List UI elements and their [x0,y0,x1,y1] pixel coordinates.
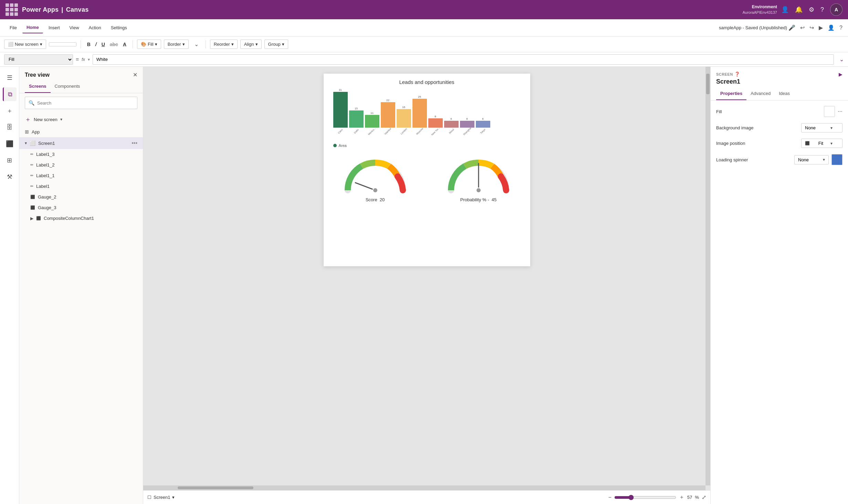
image-position-value: Fit [818,141,823,146]
rp-spinner-dropdown[interactable]: None ▾ [794,155,829,164]
fill-more-icon[interactable]: ⋯ [838,109,842,114]
app-icon: ⊞ [25,129,29,135]
app-logo: Power Apps | Canvas [22,6,89,13]
menu-view[interactable]: View [65,22,83,33]
more-button[interactable]: ⌄ [191,39,201,49]
fill-button[interactable]: 🎨 Fill ▾ [137,40,161,49]
add-icon[interactable]: ＋ [3,104,17,118]
reorder-label: Reorder [214,42,230,47]
rp-tab-advanced[interactable]: Advanced [746,88,775,100]
underline-button[interactable]: U [100,40,107,49]
layers-icon[interactable]: ⧉ [3,87,17,101]
logo-divider: | [61,6,63,13]
toolbar-sep-2 [133,40,133,49]
tree-item-app[interactable]: ⊞ App [19,126,143,137]
border-button[interactable]: Border ▾ [164,40,189,49]
tree-item-gauge3[interactable]: ⬛ Gauge_3 [19,202,143,213]
avatar[interactable]: A [830,3,842,16]
plus-icon: ＋ [25,115,31,124]
tab-screens[interactable]: Screens [25,81,51,93]
rp-loading-spinner-row: Loading spinner None ▾ [716,154,842,165]
align-button[interactable]: Align ▾ [240,40,262,49]
preview-icon[interactable]: 👤 [828,24,835,31]
notification-icon[interactable]: 🔔 [795,6,803,13]
tree-item-label1-3[interactable]: ✏ Label1_3 [19,149,143,160]
formula-expand[interactable]: ⌄ [839,56,844,63]
tools-icon[interactable]: ⚒ [3,170,17,184]
formula-input[interactable] [93,54,834,65]
tree-item-gauge2[interactable]: ⬛ Gauge_2 [19,192,143,202]
property-selector[interactable]: Fill [4,54,73,65]
fullscreen-button[interactable]: ⤢ [702,494,706,501]
components-icon[interactable]: ⊞ [3,153,17,167]
help-menu-icon[interactable]: ? [839,25,842,31]
new-screen-button[interactable]: ＋ New screen ▾ [19,112,143,126]
vertical-scrollbar[interactable] [705,67,710,485]
tree-item-label1[interactable]: ✏ Label1 [19,181,143,192]
tree-item-screen1[interactable]: ▾ ⬜ Screen1 ••• [19,137,143,149]
hamburger-icon[interactable]: ☰ [3,71,17,85]
gauge2: Probability % - 45 [444,156,513,202]
tree-close-button[interactable]: ✕ [133,72,137,78]
tab-components[interactable]: Components [51,81,84,93]
property-select[interactable]: Fill [4,54,73,65]
canvas-bottom-bar: ☐ Screen1 ▾ − ＋ 57 % ⤢ [143,490,710,504]
main-layout: ☰ ⧉ ＋ 🗄 ⬛ ⊞ ⚒ Tree view ✕ Screens Compon… [0,67,848,504]
settings-icon[interactable]: ⚙ [809,6,814,13]
undo-icon[interactable]: ↩ [800,24,805,31]
rp-bg-image-row: Background image None ▾ [716,123,842,132]
bold-button[interactable]: B [85,40,93,49]
align-chevron: ▾ [255,42,258,47]
canvas-screen-chevron: ▾ [172,495,175,500]
fill-chevron: ▾ [155,42,157,47]
media-icon[interactable]: ⬛ [3,137,17,151]
search-icon: 🔍 [29,100,34,106]
zoom-out-button[interactable]: − [608,494,611,501]
menu-file[interactable]: File [6,22,21,33]
rp-bg-image-dropdown[interactable]: None ▾ [801,123,842,132]
canvas-screen-selector[interactable]: ☐ Screen1 ▾ [147,495,175,500]
apps-grid-icon[interactable] [6,3,18,16]
gauge2-label: Probability % - 45 [460,197,497,202]
italic-button[interactable]: / [93,40,99,49]
reorder-button[interactable]: Reorder ▾ [210,40,238,49]
zoom-in-button[interactable]: ＋ [679,494,684,501]
rp-collapse-button[interactable]: ▶ [839,72,842,77]
fx-chevron: ▾ [88,57,90,62]
menu-action[interactable]: Action [85,22,105,33]
menu-home[interactable]: Home [22,22,43,33]
zoom-slider[interactable] [614,495,676,500]
menu-settings[interactable]: Settings [107,22,131,33]
new-screen-button[interactable]: ⬜ New screen ▾ [4,40,46,49]
play-icon[interactable]: ▶ [819,24,823,31]
rp-help-icon[interactable]: ❓ [734,72,740,77]
data-icon[interactable]: 🗄 [3,120,17,134]
horizontal-scrollbar[interactable] [143,485,705,490]
strikethrough-button[interactable]: abc [108,40,120,49]
rp-tab-ideas[interactable]: Ideas [775,88,794,100]
tree-item-label1-2[interactable]: ✏ Label1_2 [19,160,143,170]
rp-tab-properties[interactable]: Properties [716,88,746,100]
fill-color-picker[interactable] [824,106,835,117]
font-color-button[interactable]: A [121,40,128,49]
user-icon[interactable]: 👤 [781,6,789,13]
fit-icon: ⬛ [805,141,810,146]
fill-label: Fill [148,42,154,47]
rp-image-position-dropdown[interactable]: ⬛ Fit ▾ [801,139,842,148]
tree-item-label1-1[interactable]: ✏ Label1_1 [19,170,143,181]
search-input[interactable] [37,97,134,109]
help-icon[interactable]: ? [820,6,824,13]
spinner-color-picker[interactable] [831,154,842,165]
screen1-more[interactable]: ••• [132,140,137,146]
tree-search-box[interactable]: 🔍 [25,97,137,109]
tree-item-chart1[interactable]: ▶ ⬛ CompositeColumnChart1 [19,213,143,224]
new-screen-chevron: ▾ [60,117,62,122]
redo-icon[interactable]: ↪ [809,24,814,31]
toolbar-sep-3 [206,40,206,49]
group-button[interactable]: Group ▾ [264,40,288,49]
label1-1-name: Label1_1 [36,173,137,178]
bar-istanbul: 22 Istanbul [381,99,395,132]
voice-icon[interactable]: 🎤 [788,24,795,31]
menu-insert[interactable]: Insert [44,22,64,33]
font-selector[interactable] [49,42,76,46]
